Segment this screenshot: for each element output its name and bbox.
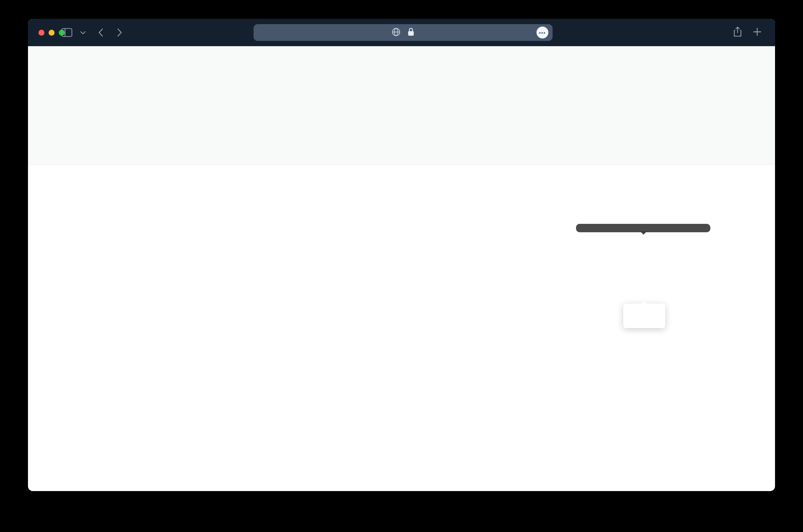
heatmap-controls [38, 52, 48, 69]
minimize-window-button[interactable] [49, 30, 55, 36]
toolbar-right [733, 19, 762, 46]
close-window-button[interactable] [38, 30, 44, 36]
new-tab-icon[interactable] [753, 27, 762, 38]
back-icon[interactable] [98, 28, 104, 37]
backfill-popover [623, 304, 665, 328]
forward-icon[interactable] [117, 28, 122, 37]
share-icon[interactable] [733, 27, 742, 38]
browser-nav [61, 19, 122, 46]
browser-window: ••• [28, 19, 775, 491]
lock-icon [407, 27, 414, 38]
scheduled-apps-page [28, 46, 775, 165]
chevron-down-icon[interactable] [80, 31, 86, 34]
window-controls [38, 19, 65, 46]
page-settings-icon[interactable]: ••• [536, 27, 548, 38]
browser-toolbar: ••• [28, 19, 775, 46]
s3-path-tooltip [576, 224, 710, 232]
sidebar-icon[interactable] [61, 28, 72, 37]
expanded-history-panel [28, 46, 775, 165]
address-bar[interactable]: ••• [254, 24, 553, 41]
globe-icon [392, 28, 400, 38]
